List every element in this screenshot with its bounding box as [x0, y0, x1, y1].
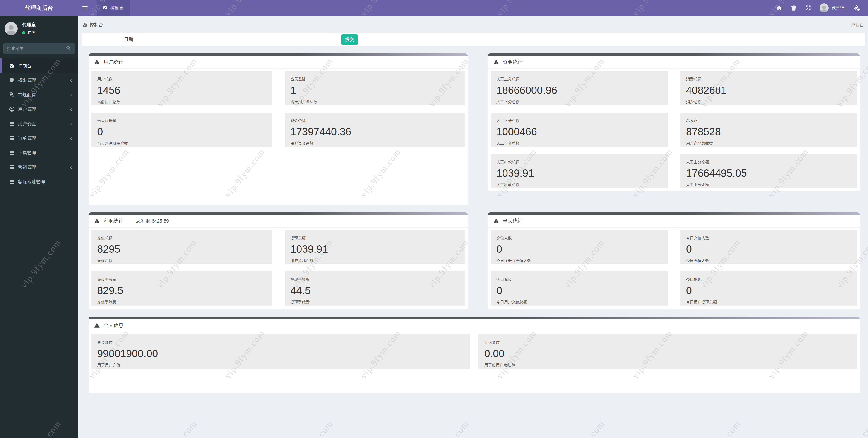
stat-card: 用户总数1456当前用户总数: [91, 71, 272, 105]
content-area: 控制台 控制台 日期 提交 用户统计 用户总数1456当前用户总数当天登陆1当天…: [78, 16, 868, 438]
hamburger-icon[interactable]: [78, 0, 92, 16]
settings-button[interactable]: [849, 0, 864, 16]
sidebar-menu: 控制台 权限管理 ‹ 常规配置 ‹ 用户管理 ‹ 用户资金 ‹: [0, 58, 78, 189]
list-icon: [9, 179, 15, 185]
fullscreen-button[interactable]: [801, 0, 815, 16]
stat-card-label: 今日提现: [686, 277, 855, 282]
stat-card: 人工下分总额1000466人工下分总额: [491, 113, 668, 147]
brand-title: 代理商后台: [0, 0, 78, 16]
list-icon: [9, 121, 15, 127]
sidebar-item-label: 用户管理: [18, 106, 36, 112]
sidebar-item-dashboard[interactable]: 控制台: [0, 58, 78, 73]
clear-cache-button[interactable]: [786, 0, 801, 16]
panel-title: 用户统计: [103, 59, 123, 65]
submit-button[interactable]: 提交: [341, 34, 358, 45]
stat-card-label: 充值总额: [97, 235, 270, 241]
stat-card: 提现总额1039.91用户提现总额: [285, 230, 465, 264]
stat-card-label: 充值人数: [496, 235, 665, 241]
total-profit-label: 总利润:6425.59: [136, 218, 169, 224]
stat-card-label: 人工出款总额: [496, 159, 665, 165]
agent-admin-dashboard: 代理童 在线 控制台 权限管理 ‹ 常规配置: [0, 0, 868, 438]
sidebar-item-user-management[interactable]: 用户管理 ‹: [0, 102, 78, 116]
gears-icon: [854, 5, 860, 11]
search-icon[interactable]: [66, 46, 71, 52]
date-label: 日期: [82, 36, 138, 42]
online-status-icon: [22, 31, 25, 34]
stat-card-label: 当天注册量: [97, 118, 270, 123]
panel-accent-bar: [89, 212, 468, 214]
stat-card-label: 总收益: [686, 118, 855, 123]
stat-card-sublabel: 今日注册并充值人数: [496, 258, 665, 263]
sidebar-item-subordinate-management[interactable]: 下属管理: [0, 145, 78, 160]
stat-card-value: 829.5: [97, 284, 270, 297]
stat-card-label: 当天登陆: [290, 77, 463, 82]
search-input[interactable]: [7, 46, 66, 51]
stat-card-sublabel: 用于用户充值: [97, 362, 468, 368]
stat-card-sublabel: 提现手续费: [290, 299, 463, 305]
sidebar-item-label: 常规配置: [18, 92, 36, 98]
sidebar-item-label: 用户资金: [18, 121, 36, 127]
fullscreen-icon: [805, 5, 811, 11]
date-input[interactable]: [138, 34, 331, 45]
chevron-left-icon: ‹: [70, 121, 72, 127]
trash-icon: [790, 5, 797, 11]
warning-icon: [94, 218, 100, 224]
avatar: [4, 22, 18, 35]
stat-card-value: 4082681: [686, 84, 855, 96]
stat-card: 当天登陆1当天用户登陆数: [285, 71, 465, 105]
stat-card-value: 17397440.36: [290, 125, 463, 138]
sidebar-item-permissions[interactable]: 权限管理 ‹: [0, 73, 78, 87]
sidebar-item-marketing-management[interactable]: 营销管理 ‹: [0, 160, 78, 174]
sidebar-item-label: 控制台: [18, 63, 31, 69]
stat-card-value: 0: [496, 284, 665, 297]
stat-card: 红包额度0.00用于给用户发红包: [478, 334, 857, 369]
panel-title: 资金统计: [503, 59, 523, 65]
nav-username: 代理童: [832, 5, 845, 11]
home-button[interactable]: [772, 0, 786, 16]
chevron-left-icon: ‹: [70, 91, 72, 98]
stat-card-sublabel: 今日用户提现总额: [686, 299, 855, 305]
stat-card-value: 0: [97, 125, 270, 138]
chevron-left-icon: ‹: [70, 164, 72, 170]
stat-card: 资金额度99001900.00用于用户充值: [91, 334, 470, 369]
stat-card-label: 消费总额: [686, 77, 855, 82]
stat-card-sublabel: 人工上分余额: [686, 182, 855, 187]
panel-accent-bar: [488, 54, 860, 56]
stat-card-value: 17664495.05: [686, 167, 855, 179]
stat-card: 今日充值人数0今日充值人数: [680, 230, 857, 264]
date-filter-form: 日期 提交: [82, 33, 865, 46]
sidebar-item-service-address[interactable]: 客服地址管理: [0, 174, 78, 189]
stat-card-label: 充值手续费: [97, 277, 270, 282]
sidebar-item-label: 下属管理: [18, 150, 36, 156]
chevron-left-icon: ‹: [70, 77, 72, 83]
stat-card-value: 878528: [686, 125, 855, 138]
stat-card-value: 1039.91: [496, 167, 665, 179]
sidebar-item-general-config[interactable]: 常规配置 ‹: [0, 87, 78, 102]
shield-icon: [9, 77, 15, 83]
panel-today-stats: 当天统计 充值人数0今日注册并充值人数今日充值人数0今日充值人数今日充值0今日用…: [488, 212, 860, 309]
stat-card-label: 人工上分余额: [686, 159, 855, 165]
panel-accent-bar: [89, 317, 860, 319]
stat-card-value: 1039.91: [290, 243, 463, 255]
panel-title: 个人信息: [103, 322, 123, 329]
sidebar-item-order-management[interactable]: 订单管理 ‹: [0, 131, 78, 145]
panel-fund-stats: 资金统计 人工上分总额18666000.96人工上分总额消费总额4082681消…: [488, 54, 860, 191]
tab-dashboard[interactable]: 控制台: [97, 0, 130, 16]
stat-card: 今日提现0今日用户提现总额: [680, 271, 857, 306]
sidebar-item-label: 权限管理: [18, 77, 36, 83]
stat-card-value: 1456: [97, 84, 270, 96]
stat-card: 提现手续费44.5提现手续费: [285, 271, 465, 306]
panel-personal-info: 个人信息 资金额度99001900.00用于用户充值红包额度0.00用于给用户发…: [89, 317, 860, 393]
chevron-left-icon: ‹: [70, 135, 72, 141]
online-status-label: 在线: [27, 30, 35, 35]
sidebar-item-label: 订单管理: [18, 135, 36, 141]
stat-card: 充值人数0今日注册并充值人数: [491, 230, 668, 264]
sidebar-item-user-funds[interactable]: 用户资金 ‹: [0, 116, 78, 131]
stat-card-value: 44.5: [290, 284, 463, 297]
dashboard-icon: [82, 23, 87, 27]
stat-card-label: 资金额度: [97, 340, 468, 345]
user-menu[interactable]: 代理童: [815, 3, 849, 12]
warning-icon: [493, 218, 499, 224]
stat-card-sublabel: 人工出款总额: [496, 182, 665, 187]
stat-card-sublabel: 当天新注册用户数: [97, 141, 270, 146]
